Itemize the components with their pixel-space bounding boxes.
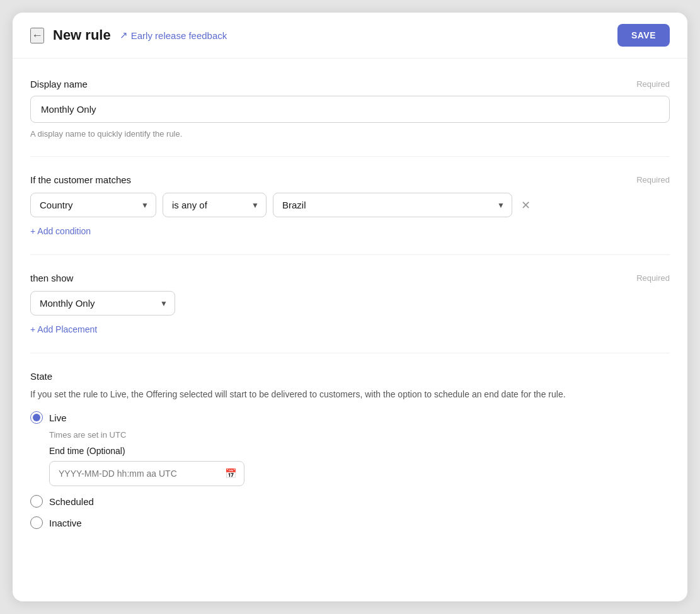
display-name-label: Display name	[30, 79, 88, 89]
live-radio-input[interactable]	[30, 411, 43, 424]
end-time-label: End time (Optional)	[49, 446, 670, 456]
condition-section: If the customer matches Required Country…	[30, 174, 670, 255]
condition-label: If the customer matches	[30, 174, 131, 185]
country-select-wrapper: Country ▼	[30, 193, 156, 217]
inactive-radio-item[interactable]: Inactive	[30, 516, 670, 529]
condition-header: If the customer matches Required	[30, 174, 670, 185]
operator-select[interactable]: is any of	[163, 193, 267, 217]
live-option-section: Live Times are set in UTC End time (Opti…	[30, 411, 670, 486]
page-card: ← New rule ↗ Early release feedback SAVE…	[13, 13, 687, 601]
scheduled-radio-label: Scheduled	[49, 496, 94, 507]
datetime-input-wrapper: 📅	[49, 461, 244, 486]
state-label: State	[30, 371, 52, 382]
remove-condition-button[interactable]: ✕	[519, 196, 533, 215]
inactive-radio-input[interactable]	[30, 516, 43, 529]
feedback-link[interactable]: ↗ Early release feedback	[120, 30, 227, 41]
then-show-row: Monthly Only ▼	[30, 291, 670, 316]
scheduled-radio-input[interactable]	[30, 495, 43, 508]
add-placement-link[interactable]: + Add Placement	[30, 324, 97, 334]
display-name-hint: A display name to quickly identify the r…	[30, 129, 670, 139]
display-name-header: Display name Required	[30, 79, 670, 89]
scheduled-radio-item[interactable]: Scheduled	[30, 495, 670, 508]
state-section: State If you set the rule to Live, the O…	[30, 371, 670, 547]
end-time-input[interactable]	[49, 461, 244, 486]
country-select[interactable]: Country	[30, 193, 156, 217]
then-show-required: Required	[636, 273, 670, 283]
then-show-label: then show	[30, 273, 73, 283]
header: ← New rule ↗ Early release feedback SAVE	[13, 13, 687, 59]
state-description: If you set the rule to Live, the Offerin…	[30, 387, 670, 401]
external-link-icon: ↗	[120, 30, 128, 41]
save-button[interactable]: SAVE	[617, 24, 670, 47]
close-icon: ✕	[521, 198, 531, 212]
state-radio-group: Scheduled Inactive	[30, 495, 670, 529]
timezone-note: Times are set in UTC	[49, 430, 670, 440]
end-time-wrapper: 📅	[49, 461, 670, 486]
display-name-section: Display name Required A display name to …	[30, 79, 670, 157]
header-left: ← New rule ↗ Early release feedback	[30, 27, 227, 43]
value-select-wrapper: Brazil ▼	[273, 193, 512, 217]
display-name-input[interactable]	[30, 96, 670, 123]
back-icon: ←	[32, 29, 43, 42]
live-radio-item[interactable]: Live	[30, 411, 670, 424]
value-select[interactable]: Brazil	[273, 193, 512, 217]
add-condition-link[interactable]: + Add condition	[30, 226, 91, 236]
then-show-header: then show Required	[30, 273, 670, 283]
feedback-label: Early release feedback	[131, 30, 227, 41]
back-button[interactable]: ←	[30, 28, 44, 43]
content: Display name Required A display name to …	[13, 59, 687, 567]
then-show-section: then show Required Monthly Only ▼ + Add …	[30, 273, 670, 353]
live-radio-label: Live	[49, 412, 67, 423]
inactive-radio-label: Inactive	[49, 518, 82, 528]
page-title: New rule	[53, 27, 111, 43]
placement-select-wrapper: Monthly Only ▼	[30, 291, 175, 316]
condition-required: Required	[636, 175, 670, 185]
operator-select-wrapper: is any of ▼	[163, 193, 267, 217]
placement-select[interactable]: Monthly Only	[30, 291, 175, 316]
display-name-required: Required	[636, 79, 670, 89]
condition-row: Country ▼ is any of ▼ Brazil ▼	[30, 193, 670, 217]
